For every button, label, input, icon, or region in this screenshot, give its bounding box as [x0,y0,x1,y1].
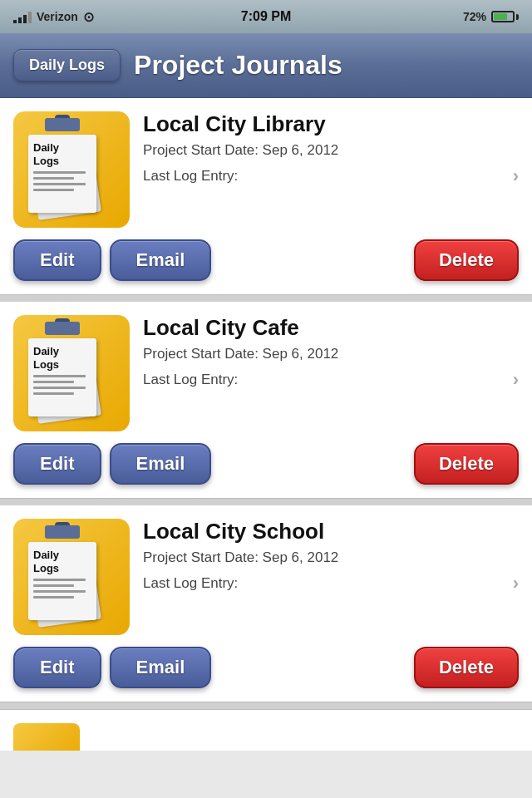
battery-icon [491,11,519,22]
chevron-right-icon: › [513,573,519,594]
project-icon[interactable]: DailyLogs [13,519,130,635]
divider [0,295,532,302]
project-item: DailyLogs Local City Cafe Project Start … [0,302,532,499]
project-last-log[interactable]: Last Log Entry: › [143,165,519,187]
project-name[interactable]: Local City Library [143,111,519,137]
back-button[interactable]: Daily Logs [13,49,121,81]
delete-button[interactable]: Delete [414,443,519,485]
project-start-date: Project Start Date: Sep 6, 2012 [143,346,519,362]
status-bar: Verizon ⊙ 7:09 PM 72% [0,0,532,33]
divider [0,499,532,505]
email-button[interactable]: Email [110,443,212,485]
clipboard-top [45,118,80,131]
project-name[interactable]: Local City Cafe [143,315,519,341]
paper-main: DailyLogs [28,338,96,416]
status-left: Verizon ⊙ [13,9,94,25]
project-item: DailyLogs Local City Library Project Sta… [0,98,532,295]
content-area: DailyLogs Local City Library Project Sta… [0,98,532,798]
divider [0,702,532,709]
project-last-log[interactable]: Last Log Entry: › [143,369,519,391]
page-title: Project Journals [134,50,342,81]
edit-button[interactable]: Edit [13,443,101,485]
project-info: Local City School Project Start Date: Se… [143,519,519,594]
action-row: Edit Email Delete [13,239,519,281]
wifi-icon: ⊙ [83,9,94,25]
project-start-date: Project Start Date: Sep 6, 2012 [143,549,519,566]
carrier-label: Verizon [37,10,78,23]
paper-main: DailyLogs [28,135,96,213]
project-icon[interactable]: DailyLogs [13,111,130,228]
clipboard-top [45,322,80,335]
nav-bar: Daily Logs Project Journals [0,33,532,98]
delete-button[interactable]: Delete [414,647,519,688]
paper-main: DailyLogs [28,542,96,620]
project-row: DailyLogs Local City School Project Star… [13,519,519,635]
project-row: DailyLogs Local City Library Project Sta… [13,111,519,228]
signal-bars-icon [13,10,32,23]
action-row: Edit Email Delete [13,647,519,688]
project-info: Local City Cafe Project Start Date: Sep … [143,315,519,391]
action-row: Edit Email Delete [13,443,519,485]
project-item-partial [0,709,532,751]
project-info: Local City Library Project Start Date: S… [143,111,519,187]
project-last-log[interactable]: Last Log Entry: › [143,573,519,594]
project-name[interactable]: Local City School [143,519,519,544]
clipboard-top [45,525,80,539]
chevron-right-icon: › [513,165,519,187]
project-icon[interactable]: DailyLogs [13,315,130,431]
delete-button[interactable]: Delete [414,239,519,281]
project-row: DailyLogs Local City Cafe Project Start … [13,315,519,431]
clock: 7:09 PM [241,9,291,24]
battery-percent: 72% [463,10,486,23]
partial-project-icon [13,723,80,751]
edit-button[interactable]: Edit [13,647,101,688]
email-button[interactable]: Email [110,647,212,688]
edit-button[interactable]: Edit [13,239,101,281]
project-start-date: Project Start Date: Sep 6, 2012 [143,142,519,159]
status-right: 72% [463,10,519,23]
email-button[interactable]: Email [110,239,212,281]
project-item: DailyLogs Local City School Project Star… [0,505,532,702]
chevron-right-icon: › [513,369,519,391]
